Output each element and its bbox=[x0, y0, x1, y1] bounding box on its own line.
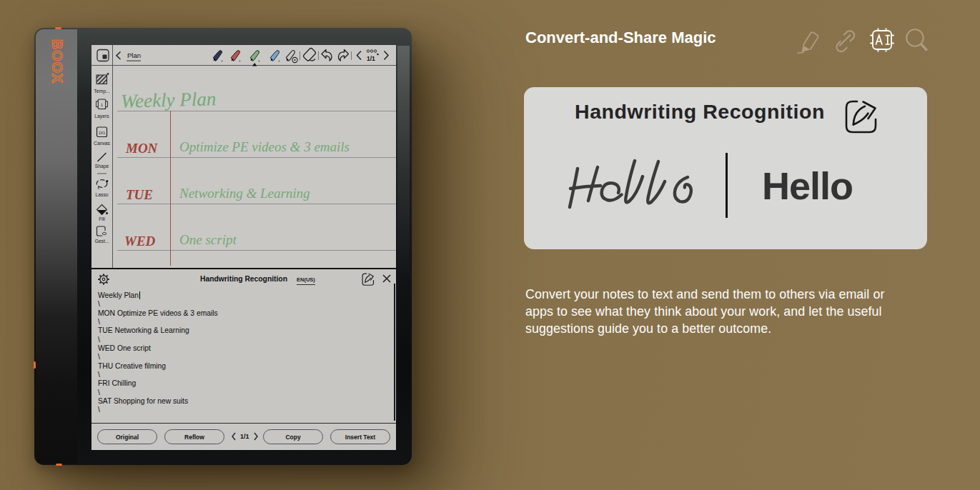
svg-text:Fill: Fill bbox=[99, 216, 105, 221]
svg-text:Gest...: Gest... bbox=[94, 239, 109, 244]
svg-text:1: 1 bbox=[101, 103, 103, 107]
svg-text:1/1: 1/1 bbox=[367, 55, 375, 62]
svg-text:Temp...: Temp... bbox=[94, 89, 109, 94]
svg-text:Shape: Shape bbox=[95, 164, 109, 169]
svg-text:Canvas: Canvas bbox=[94, 141, 111, 146]
svg-text:Plan: Plan bbox=[127, 51, 141, 59]
svg-text:1X1: 1X1 bbox=[99, 131, 105, 135]
svg-text:Lasso: Lasso bbox=[95, 192, 108, 197]
svg-text:Layers: Layers bbox=[94, 114, 109, 119]
